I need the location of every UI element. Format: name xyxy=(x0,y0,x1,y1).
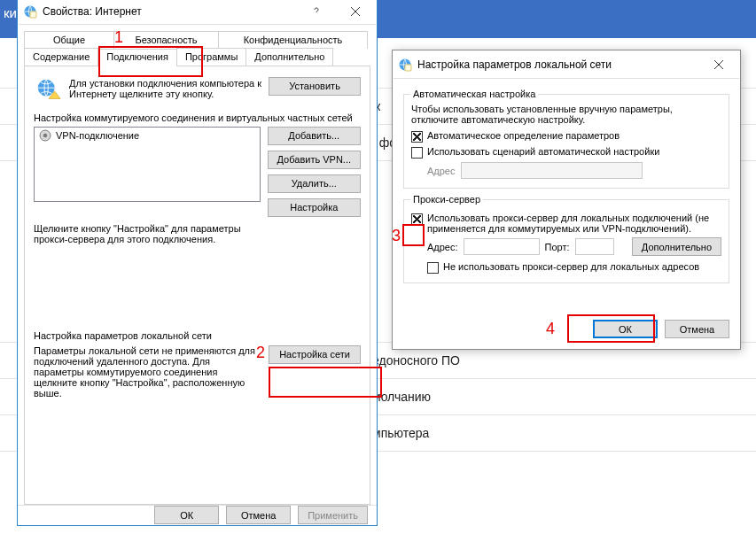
apply-button[interactable]: Применить xyxy=(298,506,368,524)
tabs: Общие Безопасность Конфиденциальность Со… xyxy=(24,31,370,505)
close-icon xyxy=(713,59,724,70)
group-title: Автоматическая настройка xyxy=(410,89,538,99)
dialog-footer: ОК Отмена xyxy=(393,309,740,349)
svg-rect-3 xyxy=(30,12,36,18)
proxy-advanced-button[interactable]: Дополнительно xyxy=(632,237,721,256)
connections-listbox[interactable]: VPN-подключение xyxy=(34,127,261,202)
proxy-address-label: Адрес: xyxy=(427,242,458,252)
connection-settings-button[interactable]: Настройка xyxy=(268,198,361,217)
cancel-button[interactable]: Отмена xyxy=(665,320,729,338)
checkbox-label: Использовать прокси-сервер для локальных… xyxy=(427,213,721,234)
proxy-bypass-local-checkbox[interactable]: Не использовать прокси-сервер для локаль… xyxy=(427,261,721,274)
lan-settings-dialog: Настройка параметров локальной сети Авто… xyxy=(392,50,741,350)
checkbox-label: Автоматическое определение параметров xyxy=(427,130,721,141)
lan-settings-button[interactable]: Настройка сети xyxy=(269,345,361,364)
tab-programs[interactable]: Программы xyxy=(176,48,246,66)
auto-script-address-label: Адрес xyxy=(427,166,456,176)
close-icon xyxy=(350,6,361,17)
tab-security[interactable]: Безопасность xyxy=(113,31,219,49)
checkbox-icon xyxy=(411,213,423,225)
proxy-port-input[interactable] xyxy=(575,238,614,255)
lan-description: Параметры локальной сети не применяются … xyxy=(34,345,269,399)
lan-section-header: Настройка параметров локальной сети xyxy=(34,330,361,341)
checkbox-label: Использовать сценарий автоматической нас… xyxy=(427,146,721,157)
proxy-port-label: Порт: xyxy=(545,242,570,252)
internet-options-icon xyxy=(398,58,412,72)
checkbox-icon xyxy=(411,131,423,143)
setup-description: Для установки подключения компьютера к И… xyxy=(69,77,269,99)
use-proxy-checkbox[interactable]: Использовать прокси-сервер для локальных… xyxy=(411,213,721,234)
svg-rect-8 xyxy=(405,65,411,71)
internet-options-icon xyxy=(23,4,37,19)
proxy-address-input[interactable] xyxy=(464,238,540,255)
settings-title-fragment: ки xyxy=(4,5,17,20)
ok-button[interactable]: ОК xyxy=(154,506,219,524)
add-connection-button[interactable]: Добавить... xyxy=(268,127,361,145)
add-vpn-button[interactable]: Добавить VPN... xyxy=(268,151,361,169)
titlebar[interactable]: Свойства: Интернет xyxy=(18,0,377,24)
dialog-title: Свойства: Интернет xyxy=(43,5,297,18)
proxy-group: Прокси-сервер Использовать прокси-сервер… xyxy=(403,199,729,283)
ok-button[interactable]: ОК xyxy=(593,320,658,338)
tab-advanced[interactable]: Дополнительно xyxy=(246,48,333,66)
checkbox-icon xyxy=(427,262,439,274)
auto-script-address-input[interactable] xyxy=(461,162,643,179)
cancel-button[interactable]: Отмена xyxy=(226,506,291,524)
help-button[interactable] xyxy=(297,0,336,24)
auto-config-group: Автоматическая настройка Чтобы использов… xyxy=(403,94,729,189)
remove-connection-button[interactable]: Удалить... xyxy=(268,174,361,193)
dialog-footer: ОК Отмена Применить xyxy=(18,505,377,525)
setup-button[interactable]: Установить xyxy=(269,77,361,96)
tab-general[interactable]: Общие xyxy=(24,31,114,49)
auto-detect-checkbox[interactable]: Автоматическое определение параметров xyxy=(411,130,721,143)
dial-vpn-header: Настройка коммутируемого соединения и ви… xyxy=(34,112,361,123)
tab-privacy[interactable]: Конфиденциальность xyxy=(218,31,368,49)
connections-pane: Для установки подключения компьютера к И… xyxy=(24,66,370,505)
close-button[interactable] xyxy=(336,0,375,24)
titlebar[interactable]: Настройка параметров локальной сети xyxy=(393,50,740,78)
internet-properties-dialog: Свойства: Интернет Общие Безопасность Ко… xyxy=(17,0,378,526)
auto-config-description: Чтобы использовать установленные вручную… xyxy=(411,104,721,125)
globe-wizard-icon xyxy=(35,77,62,104)
svg-point-6 xyxy=(43,133,48,137)
list-item[interactable]: VPN-подключение xyxy=(35,128,260,143)
vpn-connection-icon xyxy=(38,128,52,143)
tab-connections[interactable]: Подключения xyxy=(97,49,177,66)
auto-script-checkbox[interactable]: Использовать сценарий автоматической нас… xyxy=(411,146,721,159)
close-button[interactable] xyxy=(699,52,738,77)
dialog-title: Настройка параметров локальной сети xyxy=(417,58,699,71)
checkbox-label: Не использовать прокси-сервер для локаль… xyxy=(443,261,721,272)
settings-note: Щелкните кнопку "Настройка" для параметр… xyxy=(34,223,264,244)
group-title: Прокси-сервер xyxy=(410,194,483,205)
tab-content[interactable]: Содержание xyxy=(24,48,98,66)
checkbox-icon xyxy=(411,147,423,159)
list-item-label: VPN-подключение xyxy=(56,130,139,141)
